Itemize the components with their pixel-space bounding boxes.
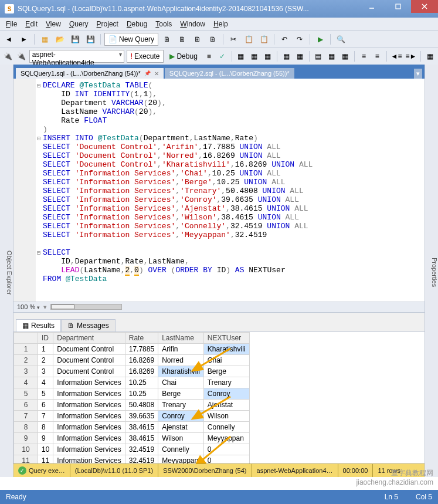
close-button[interactable] <box>411 0 438 13</box>
stop-button[interactable]: ■ <box>203 50 215 63</box>
table-row[interactable]: 1111Information Services32.4519Meyyappan… <box>14 455 250 464</box>
pin-icon[interactable]: 📌 <box>144 70 151 76</box>
table-row[interactable]: 44Information Services10.25ChaiTrenary <box>14 377 250 388</box>
new-query-label: New Query <box>119 35 154 43</box>
menu-help[interactable]: Help <box>210 19 232 29</box>
table-row[interactable]: 88Information Services38.4615AjenstatCon… <box>14 422 250 433</box>
forward-button[interactable]: ► <box>18 33 30 46</box>
status-ready: Ready <box>6 493 26 501</box>
uncomment-icon[interactable]: ≡ <box>372 50 383 63</box>
query-status: ✓Query exe… <box>13 464 70 477</box>
col-header[interactable]: Department <box>53 333 125 344</box>
back-button[interactable]: ◄ <box>2 33 15 46</box>
table-row[interactable]: 1010Information Services32.4519Connelly0 <box>14 444 250 455</box>
mdx-query-icon[interactable]: 🗎 <box>191 33 204 46</box>
intellisense-icon[interactable]: ▦ <box>262 50 273 63</box>
col-header[interactable] <box>14 333 38 344</box>
table-row[interactable]: 66Information Services50.4808TrenaryAjen… <box>14 400 250 411</box>
table-row[interactable]: 11Document Control17.7885ArifinKharatish… <box>14 344 250 355</box>
table-row[interactable]: 22Document Control16.8269NorredChai <box>14 355 250 366</box>
specify-values-icon[interactable]: ▦ <box>425 50 436 63</box>
cell: 2 <box>38 355 53 366</box>
row-number: 6 <box>14 400 38 411</box>
minimize-button[interactable] <box>358 0 385 13</box>
col-header[interactable]: Rate <box>125 333 158 344</box>
menu-window[interactable]: Window <box>176 19 209 29</box>
table-row[interactable]: 77Information Services39.6635ConroyWilso… <box>14 411 250 422</box>
dmx-query-icon[interactable]: 🗎 <box>206 33 219 46</box>
include-stats-icon[interactable]: ▦ <box>294 50 305 63</box>
new-query-button[interactable]: 📄New Query <box>104 33 158 46</box>
decrease-indent-icon[interactable]: ◄≡ <box>391 50 403 63</box>
elapsed-time: 00:00:00 <box>338 464 374 477</box>
execute-label: Execute <box>134 52 159 60</box>
active-files-dropdown[interactable]: ▾ <box>414 69 422 79</box>
col-header[interactable]: ID <box>38 333 53 344</box>
document-tab-0[interactable]: SQLQuery1.sql - (L...\DorbenZhang (54))*… <box>16 68 164 79</box>
row-number: 2 <box>14 355 38 366</box>
debug-button[interactable]: ▶Debug <box>166 50 201 62</box>
results-grid[interactable]: IDDepartmentRateLastNameNEXTUser11Docume… <box>13 332 425 464</box>
menu-query[interactable]: Query <box>66 19 92 29</box>
save-button[interactable]: 💾 <box>69 33 82 46</box>
cell: 50.4808 <box>125 400 158 411</box>
outline-markers[interactable]: ⊟⊟⊟ <box>37 81 40 257</box>
paste-button[interactable]: 📋 <box>257 33 270 46</box>
row-number: 8 <box>14 422 38 433</box>
undo-button[interactable]: ↶ <box>278 33 291 46</box>
comment-icon[interactable]: ≡ <box>358 50 369 63</box>
parse-button[interactable]: ✓ <box>217 50 228 63</box>
display-plan-icon[interactable]: ▦ <box>235 50 246 63</box>
redo-button[interactable]: ↷ <box>293 33 306 46</box>
execute-button[interactable]: !Execute <box>127 50 164 63</box>
db-engine-query-icon[interactable]: 🗎 <box>161 33 174 46</box>
copy-button[interactable]: 📋 <box>242 33 255 46</box>
connection-icon[interactable]: 🔌 <box>2 50 13 63</box>
new-project-button[interactable]: ▦ <box>38 33 51 46</box>
results-tab[interactable]: ▦Results <box>16 319 61 332</box>
menu-debug[interactable]: Debug <box>123 19 151 29</box>
table-row[interactable]: 33Document Control16.8269KharatishviliBe… <box>14 366 250 377</box>
include-plan-icon[interactable]: ▦ <box>281 50 292 63</box>
cut-button[interactable]: ✂ <box>227 33 240 46</box>
open-button[interactable]: 📂 <box>53 33 66 46</box>
table-row[interactable]: 99Information Services38.4615WilsonMeyya… <box>14 433 250 444</box>
cell: 6 <box>38 400 53 411</box>
save-all-button[interactable]: 💾 <box>84 33 97 46</box>
col-header[interactable]: LastName <box>158 333 204 344</box>
find-button[interactable]: 🔍 <box>334 33 347 46</box>
results-to-grid-icon[interactable]: ▦ <box>326 50 337 63</box>
results-to-text-icon[interactable]: ▤ <box>313 50 324 63</box>
menu-file[interactable]: File <box>2 19 21 29</box>
table-row[interactable]: 55Information Services10.25BergeConroy <box>14 388 250 400</box>
database-dropdown[interactable]: aspnet-WebApplication4ide <box>29 50 124 63</box>
menu-edit[interactable]: Edit <box>22 19 41 29</box>
menu-tools[interactable]: Tools <box>152 19 175 29</box>
query-options-icon[interactable]: ▦ <box>249 50 260 63</box>
success-icon: ✓ <box>18 466 26 475</box>
properties-panel[interactable]: Properties <box>425 65 438 477</box>
increase-indent-icon[interactable]: ≡► <box>405 50 417 63</box>
change-connection-icon[interactable]: 🔌 <box>16 50 27 63</box>
menu-view[interactable]: View <box>42 19 64 29</box>
menu-project[interactable]: Project <box>93 19 122 29</box>
object-explorer-panel[interactable]: Object Explorer <box>0 65 13 477</box>
col-header[interactable]: NEXTUser <box>203 333 249 344</box>
start-button[interactable]: ▶ <box>314 33 327 46</box>
horizontal-scrollbar[interactable] <box>50 304 122 310</box>
cell: 8 <box>38 422 53 433</box>
row-number: 11 <box>14 455 38 464</box>
maximize-button[interactable] <box>385 0 411 13</box>
results-tabstrip: ▦Results 🗎Messages <box>13 313 425 332</box>
messages-tab[interactable]: 🗎Messages <box>61 319 116 332</box>
row-number: 5 <box>14 388 38 400</box>
cell: 17.7885 <box>125 344 158 355</box>
document-tab-1[interactable]: SQLQuery2.sql - (L...\DorbenZhang (55))* <box>165 68 294 79</box>
sql-editor[interactable]: DECLARE @TestData TABLE( ID INT IDENTITY… <box>13 79 425 286</box>
cell: 38.4615 <box>125 422 158 433</box>
close-tab-icon[interactable]: ✕ <box>154 70 159 77</box>
results-to-file-icon[interactable]: ▦ <box>339 50 351 63</box>
query-status-bar: ✓Query exe… (LocalDb)\v11.0 (11.0 SP1) S… <box>13 464 425 477</box>
zoom-dropdown[interactable]: 100 % <box>17 303 40 310</box>
analysis-query-icon[interactable]: 🗎 <box>176 33 189 46</box>
